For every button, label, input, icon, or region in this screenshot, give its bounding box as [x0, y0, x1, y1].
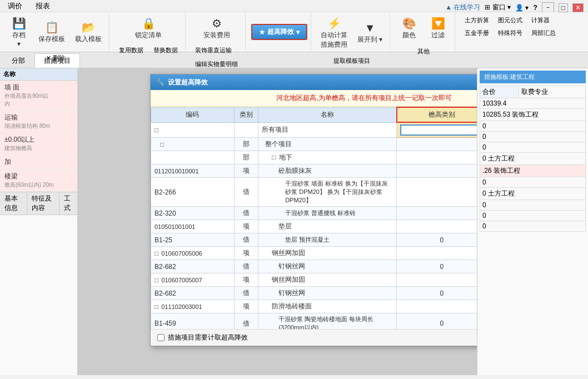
table-row[interactable]: B1-459 借 干混砂浆 陶瓷地砖楼地面 每块周长(3200mm以内) 0 — [151, 313, 477, 330]
dialog-table-container: 编码 类别 名称 檐高类别 超高过滤类别 □ — [151, 107, 477, 329]
cell-code: □ — [151, 138, 235, 151]
right-cell: 0 土方工程 — [480, 188, 586, 200]
left-item-transport[interactable]: 运输 现浇框架结构 80m — [0, 111, 77, 133]
table-row[interactable]: □ 010607005006 项 钢丝网加固 — [151, 247, 477, 260]
tab-bar: 分部 措施项目 — [0, 52, 588, 68]
load-template-btn[interactable]: 📂 载入模板 — [71, 18, 106, 46]
right-row: 0 土方工程 — [480, 188, 586, 200]
table-row[interactable]: □ 部 整个项目 — [151, 138, 477, 151]
right-cell: .26 装饰工程 — [480, 165, 586, 177]
table-row[interactable]: B2-320 借 干混砂浆 普通腰线 标准砖 — [151, 207, 477, 220]
partial-sum-btn[interactable]: 局部汇总 — [527, 27, 560, 39]
cell-name: 钉钢丝网 — [258, 260, 397, 273]
right-cell: 10339.4 — [480, 98, 586, 109]
online-study-btn[interactable]: ▲ 在线学习 — [445, 3, 480, 12]
reuse-data-btn[interactable]: 复用数据 — [115, 44, 147, 56]
cell-chelei: 0 — [397, 287, 477, 300]
cell-name: 干混砂浆 陶瓷地砖楼地面 每块周长(3200mm以内) — [258, 313, 397, 330]
dialog-instruction: 河北地区超高,为单檐高，请在所有项目上统一记取一次即可 — [151, 90, 477, 107]
table-row[interactable]: □ 010607005007 项 钢丝网加固 [无] — [151, 273, 477, 287]
vertical-transport-btn[interactable]: 装饰垂直运输 — [191, 44, 242, 56]
cell-code: B2-682 — [151, 260, 235, 273]
table-row[interactable]: B2-682 借 钉钢丝网 0 — [151, 287, 477, 300]
table-row[interactable]: 0112010010001 项 砼胎膜抹灰 — [151, 164, 477, 178]
calculator-btn[interactable]: 计算器 — [527, 14, 554, 26]
cell-code: B2-682 — [151, 287, 235, 300]
help-btn[interactable]: ? — [533, 4, 537, 12]
cell-name: 干混砂浆 普通腰线 标准砖 — [258, 207, 397, 220]
other-btn[interactable]: 其他 — [413, 46, 433, 57]
save-template-btn[interactable]: 📋 保存模板 — [34, 18, 69, 46]
left-item-jia[interactable]: 加 — [0, 155, 77, 169]
cell-type: 项 — [234, 300, 258, 313]
minimize-btn[interactable]: － — [542, 2, 554, 13]
install-fee-btn[interactable]: ⚙ 安装费用 — [200, 14, 234, 42]
extract-template-btn[interactable]: 提取模板项目 — [330, 55, 374, 67]
dialog-icon: 🔧 — [156, 78, 165, 86]
left-item-wall[interactable]: 墙 面 外墙高度在90m以 内 — [0, 81, 77, 111]
save-group: 💾 存档▾ 📋 保存模板 📂 载入模板 ✕ 删除 — [2, 13, 109, 51]
table-row[interactable]: □ 所有项目 无 — [151, 122, 477, 138]
user-btn[interactable]: 👤 ▾ — [515, 4, 529, 12]
cell-chelei — [397, 247, 477, 260]
bottom-tab-jiben[interactable]: 基本信息 特征及内容 工式 — [0, 192, 77, 215]
right-row: 0 — [480, 200, 586, 211]
left-item-above[interactable]: ±0.00以上 建筑物檐高 — [0, 133, 77, 155]
special-char-btn[interactable]: 特殊符号 — [494, 27, 526, 39]
table-row[interactable]: 部 □ 地下 — [151, 151, 477, 164]
lock-list-btn[interactable]: 🔒 锁定清单 — [131, 14, 166, 42]
super-group: ★ 超高降效 ▾ — [248, 13, 311, 51]
save-btn[interactable]: 💾 存档▾ — [6, 14, 32, 50]
cell-name: 防滑地砖楼面 — [258, 300, 397, 313]
cell-code: B2-266 — [151, 178, 235, 207]
table-row[interactable]: B1-25 借 垫层 预拌混凝土 0 — [151, 233, 477, 247]
col-header-name: 名称 — [258, 107, 397, 122]
tab-fenbu[interactable]: 分部 — [2, 53, 34, 68]
menu-item-baobiao[interactable]: 报表 — [32, 0, 53, 12]
cell-chelei — [397, 220, 477, 233]
cell-code: □ 011102003001 — [151, 300, 235, 313]
table-row[interactable]: □ 011102003001 项 防滑地砖楼面 [无] — [151, 300, 477, 313]
right-col-hejia: 合价 — [480, 86, 519, 98]
delete-btn[interactable]: ✕ 删除 — [42, 52, 69, 64]
right-row: 10285.53 装饰工程 — [480, 109, 586, 121]
cell-type: 项 — [234, 273, 258, 287]
formula-btn[interactable]: 图元公式 — [494, 14, 526, 26]
col-header-type: 类别 — [234, 107, 258, 122]
filter-btn[interactable]: 🔽 过滤 — [425, 14, 451, 42]
cell-chelei: 0 — [397, 313, 477, 330]
table-row[interactable]: B2-682 借 钉钢丝网 0 — [151, 260, 477, 273]
cell-code: B2-320 — [151, 207, 235, 220]
cell-code: 0112010010001 — [151, 164, 235, 178]
tools-group: 土方折算 图元公式 计算器 五金手册 特殊符号 局部汇总 — [457, 13, 569, 51]
right-row: 0 — [480, 211, 586, 221]
replace-data-btn[interactable]: 替换数据 — [150, 44, 182, 56]
expand-to-btn[interactable]: ▼ 展开到 ▾ — [353, 14, 386, 52]
footer-checkbox[interactable] — [157, 334, 165, 341]
earth-calc-btn[interactable]: 土方折算 — [461, 14, 493, 26]
right-panel-header: 措施模板:建筑工程 — [480, 71, 586, 83]
cell-code: 010501001001 — [151, 220, 235, 233]
chelei-input[interactable] — [400, 124, 477, 136]
right-row: 0 — [480, 121, 586, 132]
windows-btn[interactable]: ⊞ 窗口 ▾ — [485, 3, 511, 12]
cell-code — [151, 151, 235, 164]
auto-calc-btn[interactable]: ⚡ 自动计算 措施费用 — [317, 14, 351, 52]
cell-name: 砼胎膜抹灰 — [258, 164, 397, 178]
cell-chelei — [397, 178, 477, 207]
cell-chelei — [397, 151, 477, 164]
maximize-btn[interactable]: □ — [559, 3, 568, 12]
color-btn[interactable]: 🎨 颜色 — [396, 14, 422, 42]
table-row[interactable]: B2-266 借 干混砂浆 墙面 标准砖 换为【干混抹灰砂浆 DPM20】 换为… — [151, 178, 477, 207]
menu-item-tianjia[interactable]: 调价 — [4, 0, 26, 12]
close-btn[interactable]: ✕ — [572, 3, 584, 12]
left-item-lou[interactable]: 楼梁 檐高(60m以内) 20m — [0, 169, 77, 192]
cell-type: 部 — [234, 138, 258, 151]
cell-name: 钉钢丝网 — [258, 287, 397, 300]
super-high-btn[interactable]: ★ 超高降效 ▾ — [251, 24, 307, 40]
hardware-btn[interactable]: 五金手册 — [461, 27, 493, 39]
cell-name: 整个项目 — [258, 138, 397, 151]
table-row[interactable]: 010501001001 项 垫层 — [151, 220, 477, 233]
cell-code: □ 010607005007 — [151, 273, 235, 287]
cell-chelei[interactable] — [397, 122, 477, 138]
